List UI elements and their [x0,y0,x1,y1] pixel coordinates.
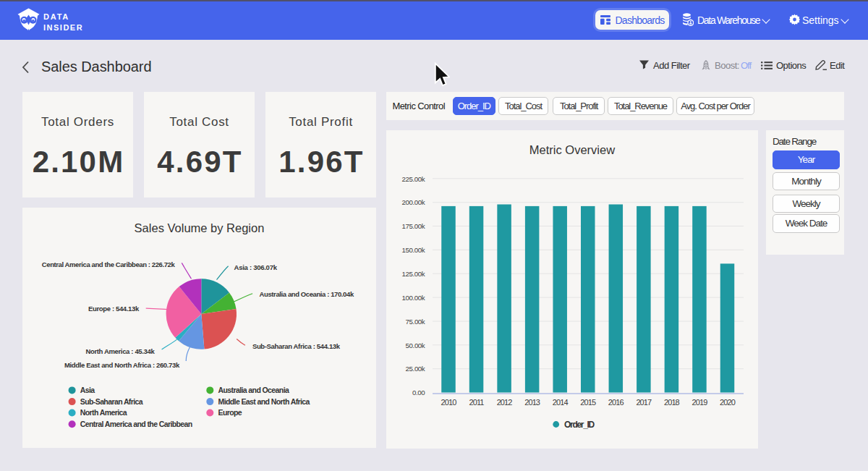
svg-text:2013: 2013 [524,398,540,407]
svg-text:225.00k: 225.00k [402,175,425,183]
svg-text:Central America and the Caribb: Central America and the Caribbean [80,420,192,428]
svg-text:Europe : 544.13k: Europe : 544.13k [88,305,140,313]
svg-text:2012: 2012 [497,398,513,407]
svg-text:0.00: 0.00 [412,389,425,396]
svg-text:North America : 45.34k: North America : 45.34k [85,347,155,355]
svg-text:2019: 2019 [692,398,708,407]
svg-text:Metric Overview: Metric Overview [529,143,615,156]
svg-text:2015: 2015 [580,398,596,407]
svg-text:25.00k: 25.00k [406,365,425,373]
svg-text:Asia: Asia [80,386,95,394]
svg-text:2018: 2018 [664,398,680,407]
svg-text:Middle East and North Africa :: Middle East and North Africa : 260.73k [64,361,180,369]
svg-text:Europe: Europe [218,408,242,417]
svg-text:175.00k: 175.00k [402,222,425,230]
svg-text:100.00k: 100.00k [402,294,425,302]
svg-text:150.00k: 150.00k [402,246,425,254]
svg-text:200.00k: 200.00k [402,198,425,206]
svg-text:Sub-Saharan Africa : 544.13k: Sub-Saharan Africa : 544.13k [252,342,341,350]
svg-text:2014: 2014 [553,398,569,407]
svg-text:75.00k: 75.00k [406,318,425,326]
svg-text:2010: 2010 [441,398,457,407]
svg-text:125.00k: 125.00k [402,270,425,278]
svg-text:Australia and Oceania: Australia and Oceania [218,386,289,394]
svg-text:Sales Volume by Region: Sales Volume by Region [135,221,265,234]
svg-text:Asia : 306.07k: Asia : 306.07k [234,263,278,271]
svg-text:Australia and Oceania : 170.04: Australia and Oceania : 170.04k [260,290,354,298]
svg-text:Middle East and North Africa: Middle East and North Africa [218,397,310,406]
svg-text:Order_ID: Order_ID [564,420,595,430]
svg-text:50.00k: 50.00k [406,341,425,349]
svg-text:2020: 2020 [720,398,736,407]
svg-text:Sub-Saharan Africa: Sub-Saharan Africa [80,397,143,406]
svg-text:North America: North America [80,408,127,417]
svg-text:2011: 2011 [469,398,485,407]
svg-text:2016: 2016 [608,398,624,407]
svg-text:Central America and the Caribb: Central America and the Caribbean : 226.… [42,260,176,268]
svg-text:2017: 2017 [636,398,652,407]
